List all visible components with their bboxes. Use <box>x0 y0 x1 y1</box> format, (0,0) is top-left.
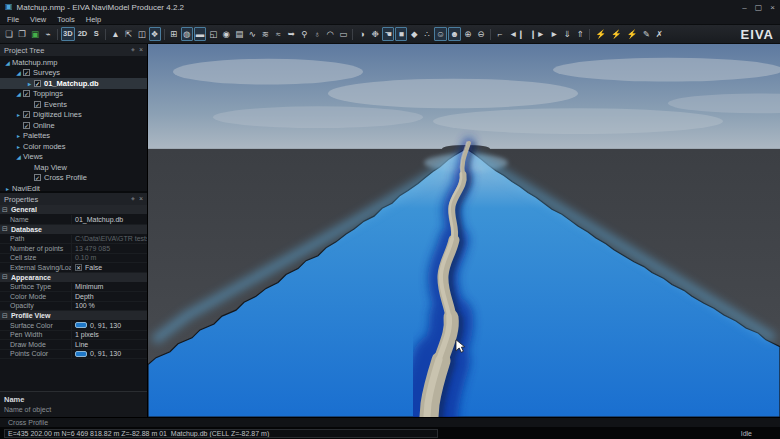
rectangle-tool-button[interactable]: ▭ <box>337 27 349 41</box>
3d-viewport[interactable] <box>148 44 780 417</box>
point-remove-button[interactable]: ⊖ <box>475 27 487 41</box>
step-forward-button[interactable]: ❙► <box>527 27 547 41</box>
point-add-button[interactable]: ⊕ <box>462 27 474 41</box>
section-database[interactable]: ⊟Database <box>0 225 147 235</box>
tree-item-toppings[interactable]: ◢✓Toppings <box>0 89 147 100</box>
play-button[interactable]: ► <box>548 27 560 41</box>
measure-button[interactable]: ▤ <box>233 27 245 41</box>
checkbox[interactable]: ✓ <box>23 111 30 118</box>
restore-button[interactable]: ▢ <box>755 3 763 12</box>
snapshot-button[interactable]: ◉ <box>220 27 232 41</box>
scurve-3-button[interactable]: ⚡ <box>625 27 640 41</box>
scurve-2-button[interactable]: ⚡ <box>609 27 624 41</box>
minimize-button[interactable]: – <box>742 3 746 12</box>
pin-icon[interactable]: ⌖ <box>131 46 135 54</box>
palette-button[interactable]: ❉ <box>369 27 381 41</box>
close-button[interactable]: × <box>770 3 775 12</box>
tree-item-events[interactable]: ✓Events <box>0 99 147 110</box>
menu-view[interactable]: View <box>30 15 46 24</box>
pin-icon[interactable]: ⌖ <box>131 195 135 203</box>
new-project-button[interactable]: ❏ <box>3 27 15 41</box>
scurve-delete-button[interactable]: ✗ <box>653 27 665 41</box>
property-value[interactable]: 01_Matchup.db <box>72 215 147 224</box>
tree-item-digitized-lines[interactable]: ▸✓Digitized Lines <box>0 110 147 121</box>
contrast-button[interactable]: ◑ <box>356 27 368 41</box>
arc-tool-button[interactable]: ◠ <box>324 27 336 41</box>
chevron-down-icon[interactable]: ◢ <box>14 69 23 76</box>
helmet-tool-button[interactable]: ❖ <box>149 27 161 41</box>
smooth-points-button[interactable]: ☻ <box>448 27 461 41</box>
open-project-button[interactable]: ❐ <box>16 27 28 41</box>
export-up-button[interactable]: ⇑ <box>574 27 586 41</box>
step-back-button[interactable]: ◄❙ <box>507 27 527 41</box>
view-s-button[interactable]: S <box>90 27 102 41</box>
globe-view-button[interactable]: ◍ <box>181 27 193 41</box>
pointer-tool-button[interactable]: ▲ <box>109 27 121 41</box>
checkbox[interactable]: ✓ <box>23 69 30 76</box>
scurve-1-button[interactable]: ⚡ <box>593 27 608 41</box>
scalebar-button[interactable]: ◱ <box>207 27 219 41</box>
tree-item-views[interactable]: ◢Views <box>0 152 147 163</box>
paint-tool-button[interactable]: ☚ <box>382 27 394 41</box>
save-button[interactable]: ▣ <box>29 27 41 41</box>
chevron-down-icon[interactable]: ◢ <box>14 153 23 160</box>
tree-item-naviedit[interactable]: ▸NaviEdit <box>0 183 147 191</box>
property-value[interactable]: Depth <box>72 292 147 301</box>
view-3d-button[interactable]: 3D <box>61 27 75 41</box>
property-value[interactable]: Minimum <box>72 283 147 292</box>
object-3d-button[interactable]: ◫ <box>136 27 148 41</box>
label-tool-button[interactable]: ◆ <box>408 27 420 41</box>
view-2d-button[interactable]: 2D <box>76 27 90 41</box>
property-value[interactable]: 0, 91, 130 <box>72 350 147 359</box>
profile-multi-button[interactable]: ≋ <box>259 27 271 41</box>
checkbox[interactable]: ✓ <box>34 80 41 87</box>
chevron-down-icon[interactable]: ◢ <box>14 90 23 97</box>
property-value[interactable]: Line <box>72 340 147 349</box>
grid-toggle-button[interactable]: ⊞ <box>168 27 180 41</box>
tree-item-color-modes[interactable]: ▸Color modes <box>0 141 147 152</box>
tree-item-cross-profile[interactable]: ✓Cross Profile <box>0 173 147 184</box>
checkbox[interactable]: ✓ <box>23 122 30 129</box>
export-down-button[interactable]: ⇓ <box>561 27 573 41</box>
menu-file[interactable]: File <box>7 15 19 24</box>
connect-database-button[interactable]: ⌁ <box>42 27 54 41</box>
property-value[interactable]: 1 pixels <box>72 331 147 340</box>
property-value[interactable]: 100 % <box>72 302 147 311</box>
waypoint-add-button[interactable]: ♁ <box>311 27 323 41</box>
tree-item-surveys[interactable]: ◢✓Surveys <box>0 68 147 79</box>
property-value[interactable]: 13 479 085 <box>72 244 147 253</box>
waypoint-button[interactable]: ⚲ <box>298 27 310 41</box>
clapper-button[interactable]: ⌐ <box>494 27 506 41</box>
tree-item-map-view[interactable]: Map View <box>0 162 147 173</box>
chevron-right-icon[interactable]: ▸ <box>3 185 12 191</box>
property-value[interactable]: 0.10 m <box>72 254 147 263</box>
collapse-icon[interactable]: ⊟ <box>2 206 8 214</box>
import-model-button[interactable]: ⇱ <box>123 27 135 41</box>
section-general[interactable]: ⊟General <box>0 205 147 215</box>
profile-compare-button[interactable]: ≈ <box>272 27 284 41</box>
fill-tool-button[interactable]: ■ <box>395 27 407 41</box>
collapse-icon[interactable]: ⊟ <box>2 273 8 281</box>
scurve-edit-button[interactable]: ✎ <box>640 27 652 41</box>
checkbox[interactable]: ✓ <box>34 101 41 108</box>
tree-item-01-matchup-db[interactable]: ▸✓01_Matchup.db <box>0 78 147 89</box>
tree-item-matchup-nmp[interactable]: ◢Matchup.nmp <box>0 57 147 68</box>
chevron-right-icon[interactable]: ▸ <box>14 132 23 139</box>
smooth-surface-button[interactable]: ☺ <box>434 27 447 41</box>
tree-item-online[interactable]: ✓Online <box>0 120 147 131</box>
section-profile-view[interactable]: ⊟Profile View <box>0 311 147 321</box>
menu-tools[interactable]: Tools <box>57 15 75 24</box>
close-icon[interactable]: × <box>139 46 143 54</box>
section-appearance[interactable]: ⊟Appearance <box>0 273 147 283</box>
collapse-icon[interactable]: ⊟ <box>2 312 8 320</box>
chevron-right-icon[interactable]: ▸ <box>14 111 23 118</box>
property-value[interactable]: C:\Data\EIVA\GTR tests\Matchup (T <box>72 235 147 244</box>
chevron-right-icon[interactable]: ▸ <box>25 80 34 87</box>
tree-item-palettes[interactable]: ▸Palettes <box>0 131 147 142</box>
chevron-down-icon[interactable]: ◢ <box>3 59 12 66</box>
chevron-right-icon[interactable]: ▸ <box>14 143 23 150</box>
tab-cross-profile[interactable]: Cross Profile <box>8 419 48 426</box>
runline-button[interactable]: ➥ <box>285 27 297 41</box>
property-value[interactable]: 0, 91, 130 <box>72 321 147 330</box>
surface-toggle-button[interactable]: ▬ <box>194 27 207 41</box>
